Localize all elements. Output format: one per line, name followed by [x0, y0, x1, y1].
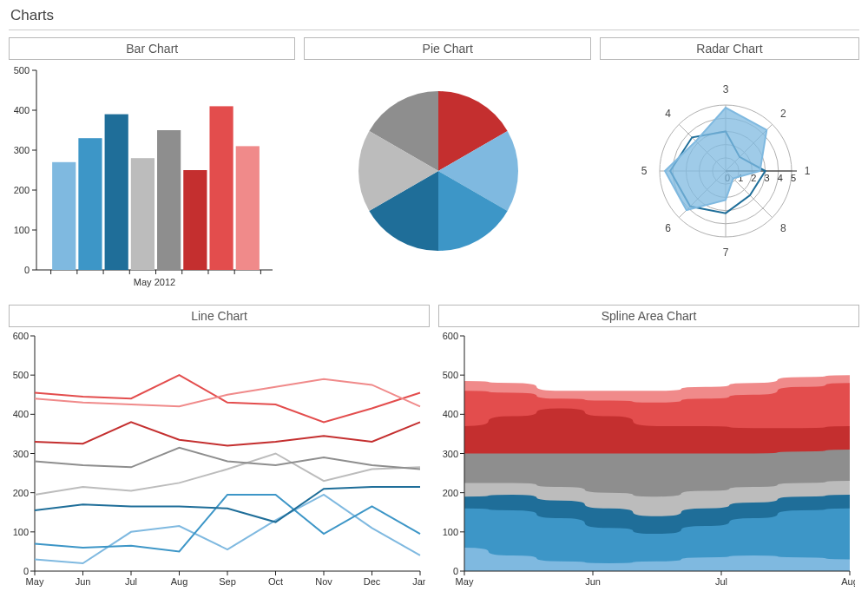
svg-text:May: May	[26, 576, 44, 587]
svg-text:4: 4	[665, 108, 671, 120]
svg-text:8: 8	[780, 222, 786, 234]
bar-chart-body: 0100200300400500May 2012	[9, 65, 295, 298]
svg-text:5: 5	[641, 165, 648, 177]
svg-text:600: 600	[443, 332, 458, 341]
svg-rect-21	[236, 146, 260, 270]
svg-text:100: 100	[443, 527, 458, 537]
page-title: Charts	[9, 5, 859, 30]
line-chart-body: 0100200300400500600MayJunJulAugSepOctNov…	[9, 332, 430, 591]
spline-area-chart-title: Spline Area Chart	[438, 305, 859, 327]
pie-chart-panel: Pie Chart	[304, 37, 590, 298]
svg-text:100: 100	[14, 225, 30, 235]
svg-text:4: 4	[778, 173, 783, 183]
svg-text:Aug: Aug	[841, 576, 855, 587]
svg-text:May 2012: May 2012	[134, 277, 175, 287]
svg-rect-19	[183, 170, 207, 270]
svg-text:6: 6	[665, 222, 671, 234]
svg-text:Jul: Jul	[125, 576, 137, 587]
svg-rect-17	[131, 158, 155, 270]
svg-text:200: 200	[443, 488, 458, 498]
svg-text:5: 5	[791, 173, 796, 183]
svg-text:Jun: Jun	[76, 576, 91, 587]
svg-text:0: 0	[23, 566, 29, 576]
svg-text:200: 200	[14, 185, 30, 195]
svg-text:1: 1	[805, 165, 811, 177]
svg-text:0: 0	[24, 265, 30, 275]
svg-text:600: 600	[13, 332, 29, 341]
spline-area-chart-body: 0100200300400500600MayJunJulAug	[438, 332, 859, 591]
bar-chart-panel: Bar Chart 0100200300400500May 2012	[9, 37, 295, 298]
pie-chart-body	[304, 65, 590, 298]
svg-rect-15	[78, 138, 102, 270]
line-chart-title: Line Chart	[9, 305, 430, 327]
svg-rect-16	[105, 115, 128, 270]
svg-text:3: 3	[765, 173, 770, 183]
svg-text:500: 500	[443, 370, 458, 380]
svg-text:200: 200	[13, 488, 29, 498]
svg-rect-18	[157, 130, 181, 270]
svg-text:100: 100	[13, 527, 29, 537]
svg-rect-20	[209, 106, 233, 270]
svg-text:400: 400	[13, 409, 29, 419]
pie-chart-title: Pie Chart	[304, 37, 590, 60]
svg-text:0: 0	[453, 566, 458, 576]
svg-text:300: 300	[443, 449, 458, 459]
svg-text:Aug: Aug	[171, 576, 188, 587]
svg-text:500: 500	[13, 370, 29, 380]
radar-chart-panel: Radar Chart 12345678012345	[600, 37, 859, 298]
radar-chart-body: 12345678012345	[600, 65, 859, 298]
bar-chart-title: Bar Chart	[9, 37, 295, 60]
svg-text:Oct: Oct	[268, 576, 283, 587]
svg-text:Jun: Jun	[585, 576, 601, 587]
svg-text:May: May	[456, 576, 474, 587]
svg-text:Nov: Nov	[315, 576, 332, 587]
svg-text:400: 400	[14, 105, 30, 115]
line-chart-panel: Line Chart 0100200300400500600MayJunJulA…	[9, 305, 430, 591]
svg-text:Jan: Jan	[412, 576, 425, 587]
svg-text:Dec: Dec	[364, 576, 381, 587]
svg-text:2: 2	[751, 173, 756, 183]
svg-text:7: 7	[723, 246, 729, 259]
svg-text:2: 2	[780, 108, 786, 120]
svg-text:3: 3	[723, 83, 729, 95]
svg-text:Sep: Sep	[219, 576, 236, 587]
svg-text:300: 300	[14, 145, 30, 155]
svg-text:300: 300	[13, 449, 29, 459]
spline-area-chart-panel: Spline Area Chart 0100200300400500600May…	[438, 305, 859, 591]
radar-chart-title: Radar Chart	[600, 37, 859, 60]
svg-text:400: 400	[443, 409, 458, 419]
svg-rect-14	[52, 162, 76, 270]
svg-text:500: 500	[14, 65, 30, 76]
svg-text:Jul: Jul	[715, 576, 727, 587]
